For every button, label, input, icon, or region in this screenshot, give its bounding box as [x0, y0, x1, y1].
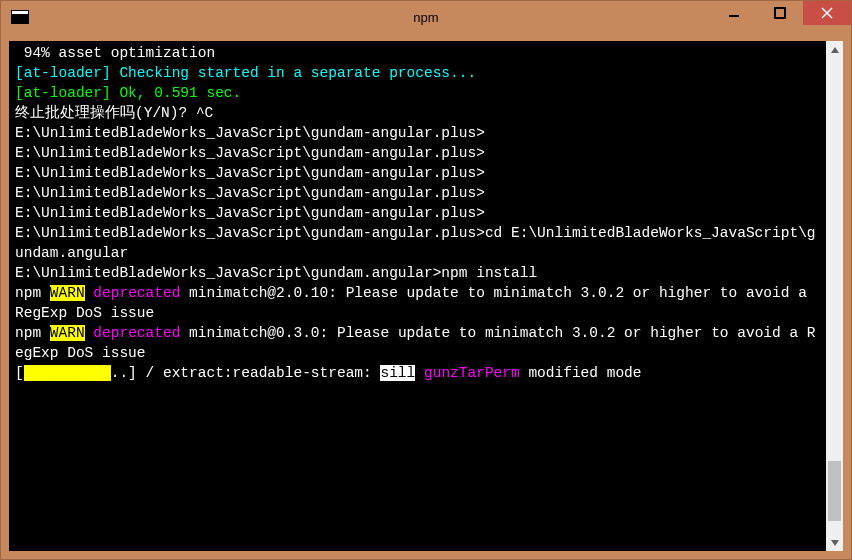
window-frame: npm 94% asset optimization [at-loader] C… — [0, 0, 852, 560]
scroll-up-arrow[interactable] — [826, 41, 843, 58]
terminal-text: ..] / extract:readable-stream: — [111, 365, 381, 381]
scroll-down-arrow[interactable] — [826, 534, 843, 551]
titlebar[interactable]: npm — [1, 1, 851, 33]
terminal-container: 94% asset optimization [at-loader] Check… — [1, 33, 851, 559]
warn-badge: WARN — [50, 325, 85, 341]
terminal-line: 94% asset optimization — [15, 43, 822, 63]
gunztarperm-label: gunzTarPerm — [424, 365, 520, 381]
terminal-text: modified mode — [520, 365, 642, 381]
window-title: npm — [413, 10, 438, 25]
terminal-line: E:\UnlimitedBladeWorks_JavaScript\gundam… — [15, 223, 822, 263]
terminal-line: npm WARN deprecated minimatch@0.3.0: Ple… — [15, 323, 822, 363]
terminal-icon — [11, 10, 29, 24]
window-controls — [711, 1, 851, 33]
at-loader-tag: [at-loader] — [15, 85, 119, 101]
terminal-progress-line: [ ..] / extract:readable-stream: sill gu… — [15, 363, 822, 383]
terminal-text: Ok, 0.591 sec. — [119, 85, 241, 101]
deprecated-label: deprecated — [85, 325, 181, 341]
svg-marker-4 — [831, 47, 839, 53]
terminal-line: [at-loader] Checking started in a separa… — [15, 63, 822, 83]
svg-marker-5 — [831, 540, 839, 546]
terminal-prompt: E:\UnlimitedBladeWorks_JavaScript\gundam… — [15, 203, 822, 223]
progress-bar — [24, 365, 111, 381]
warn-badge: WARN — [50, 285, 85, 301]
terminal-text — [415, 365, 424, 381]
terminal[interactable]: 94% asset optimization [at-loader] Check… — [9, 41, 826, 551]
terminal-prompt: E:\UnlimitedBladeWorks_JavaScript\gundam… — [15, 163, 822, 183]
scrollbar[interactable] — [826, 41, 843, 551]
terminal-line: 终止批处理操作吗(Y/N)? ^C — [15, 103, 822, 123]
terminal-line: [at-loader] Ok, 0.591 sec. — [15, 83, 822, 103]
npm-label: npm — [15, 285, 50, 301]
close-button[interactable] — [803, 1, 851, 25]
scroll-thumb[interactable] — [828, 461, 841, 521]
terminal-line: npm WARN deprecated minimatch@2.0.10: Pl… — [15, 283, 822, 323]
minimize-button[interactable] — [711, 1, 757, 25]
terminal-text: [ — [15, 365, 24, 381]
sill-badge: sill — [380, 365, 415, 381]
terminal-prompt: E:\UnlimitedBladeWorks_JavaScript\gundam… — [15, 183, 822, 203]
npm-label: npm — [15, 325, 50, 341]
terminal-prompt: E:\UnlimitedBladeWorks_JavaScript\gundam… — [15, 123, 822, 143]
terminal-prompt: E:\UnlimitedBladeWorks_JavaScript\gundam… — [15, 143, 822, 163]
terminal-line: E:\UnlimitedBladeWorks_JavaScript\gundam… — [15, 263, 822, 283]
deprecated-label: deprecated — [85, 285, 181, 301]
svg-rect-1 — [775, 8, 785, 18]
maximize-button[interactable] — [757, 1, 803, 25]
